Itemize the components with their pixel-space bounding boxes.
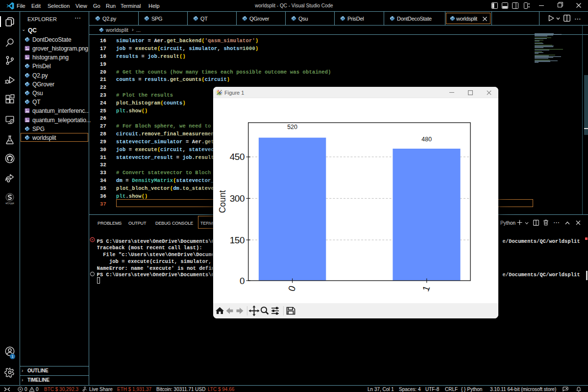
svg-text:1: 1 [420,284,432,292]
svg-text:450: 450 [230,152,245,162]
svg-text:150: 150 [230,235,245,245]
svg-text:480: 480 [421,136,432,143]
svg-text:300: 300 [230,193,245,204]
svg-text:0: 0 [240,276,245,286]
svg-text:Count: Count [218,190,227,213]
svg-text:520: 520 [287,124,297,131]
svg-text:0: 0 [286,284,297,292]
